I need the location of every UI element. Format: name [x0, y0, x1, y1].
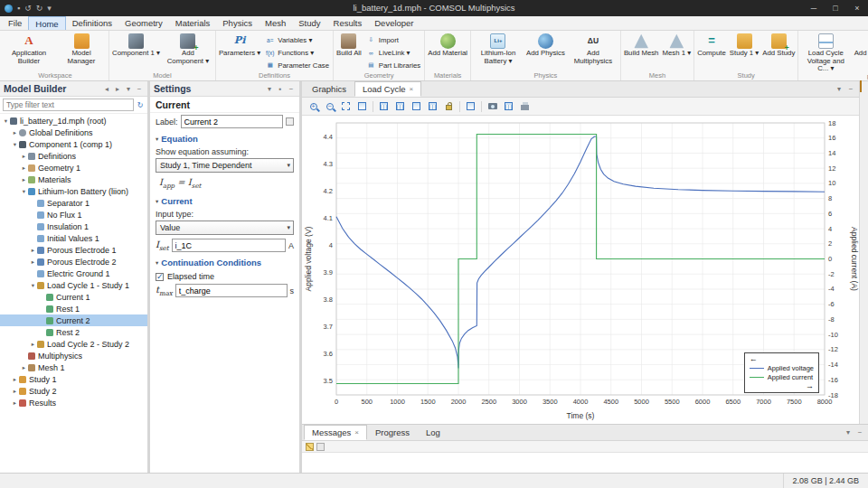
expander-icon[interactable]: ▸ — [20, 164, 28, 172]
zoom-out-icon[interactable] — [322, 99, 337, 113]
undo-icon[interactable] — [24, 0, 32, 16]
zoom-in-icon[interactable] — [306, 99, 321, 113]
close-button[interactable]: × — [846, 0, 868, 16]
collapse-panel-icon[interactable] — [287, 85, 296, 93]
load-cycle-voltage-button[interactable]: Load Cycle Voltage and C... ▾ — [799, 31, 852, 73]
iset-input[interactable] — [172, 239, 286, 252]
tab-home[interactable]: Home — [28, 16, 65, 30]
parameters-button[interactable]: Pi Parameters ▾ — [217, 31, 262, 71]
tree-item-lithium-ion-battery[interactable]: ▾Lithium-Ion Battery (liion) — [0, 185, 147, 197]
tree-item-porous-electrode-1[interactable]: ▸Porous Electrode 1 — [0, 244, 147, 256]
axis-settings-icon[interactable] — [376, 99, 392, 113]
section-collapse-icon[interactable] — [156, 136, 158, 143]
section-continuation-conditions[interactable]: Continuation Conditions — [150, 254, 299, 269]
parameter-case-button[interactable]: ▦ Parameter Case — [262, 59, 332, 71]
zoom-extents-icon[interactable] — [338, 99, 354, 113]
add-plot-group-button[interactable]: Add Plot Group ▾ — [852, 31, 868, 73]
tree-item-insulation-1[interactable]: Insulation 1 — [0, 221, 147, 232]
tree-item-study-2[interactable]: ▸Study 2 — [0, 385, 147, 397]
nav-forward-icon[interactable] — [113, 85, 122, 93]
variables-button[interactable]: a= Variables ▾ — [262, 33, 332, 46]
save-icon[interactable] — [17, 0, 20, 16]
lithium-ion-battery-button[interactable]: Li+ Lithium-Ion Battery ▾ — [472, 31, 524, 71]
collapsed-window-icon[interactable] — [860, 80, 862, 92]
tab-results[interactable]: Results — [327, 16, 369, 30]
tree-item-rest-2[interactable]: Rest 2 — [0, 326, 147, 338]
label-input[interactable] — [181, 115, 283, 128]
tree-item-load-cycle-1[interactable]: ▾Load Cycle 1 - Study 1 — [0, 279, 147, 291]
add-study-button[interactable]: Add Study — [760, 31, 797, 71]
tab-definitions[interactable]: Definitions — [66, 16, 118, 30]
study-1-button[interactable]: Study 1 ▾ — [728, 31, 761, 71]
lock-axes-icon[interactable] — [441, 99, 457, 113]
mesh-1-button[interactable]: Mesh 1 ▾ — [660, 31, 693, 71]
zoom-box-icon[interactable] — [354, 99, 370, 113]
transparency-icon[interactable] — [425, 99, 440, 113]
tree-item-multiphysics[interactable]: Multiphysics — [0, 350, 147, 361]
tab-graphics[interactable]: Graphics — [304, 81, 354, 97]
tab-developer[interactable]: Developer — [368, 16, 420, 30]
tab-mesh[interactable]: Mesh — [259, 16, 292, 30]
tab-physics[interactable]: Physics — [216, 16, 259, 30]
tree-item-geometry-1[interactable]: ▸Geometry 1 — [0, 162, 147, 174]
nav-back-icon[interactable] — [102, 85, 111, 93]
panel-menu-icon[interactable] — [844, 428, 853, 436]
tree-item-current-2[interactable]: Current 2 — [0, 314, 147, 326]
pin-panel-icon[interactable] — [276, 85, 285, 93]
tree-item-global-definitions[interactable]: ▸Global Definitions — [0, 127, 147, 138]
component-1-button[interactable]: Component 1 ▾ — [110, 31, 162, 71]
tab-file[interactable]: File — [2, 16, 28, 30]
tree-item-rest-1[interactable]: Rest 1 — [0, 303, 147, 314]
import-button[interactable]: ⇩ Import — [363, 33, 423, 46]
tree-item-load-cycle-2[interactable]: ▸Load Cycle 2 - Study 2 — [0, 338, 147, 350]
plot-area[interactable]: 0500100015002000250030003500400045005000… — [302, 116, 859, 424]
tree-item-initial-values-1[interactable]: Initial Values 1 — [0, 232, 147, 244]
add-physics-button[interactable]: Add Physics — [524, 31, 567, 71]
legend-toggle-icon[interactable] — [409, 99, 424, 113]
tree-item-mesh-1[interactable]: ▸Mesh 1 — [0, 361, 147, 373]
tab-geometry[interactable]: Geometry — [118, 16, 169, 30]
model-manager-button[interactable]: Model Manager — [55, 31, 108, 71]
expander-icon[interactable]: ▸ — [20, 153, 28, 160]
section-current[interactable]: Current — [150, 192, 299, 208]
build-mesh-button[interactable]: Build Mesh — [622, 31, 661, 71]
clear-messages-icon[interactable] — [306, 443, 314, 451]
expander-icon[interactable]: ▾ — [29, 282, 37, 289]
elapsed-time-checkbox[interactable]: Elapsed time — [150, 269, 299, 282]
compute-button[interactable]: = Compute — [695, 31, 728, 71]
study-assumption-combobox[interactable]: Study 1, Time Dependent — [156, 158, 294, 173]
add-multiphysics-button[interactable]: ΔU Add Multiphysics — [567, 31, 619, 71]
input-type-combobox[interactable]: Value — [156, 221, 294, 235]
expander-icon[interactable]: ▾ — [20, 188, 28, 195]
expander-icon[interactable]: ▸ — [11, 376, 19, 383]
panel-menu-icon[interactable] — [835, 85, 844, 93]
expander-icon[interactable]: ▸ — [29, 258, 37, 266]
expander-icon[interactable]: ▾ — [11, 141, 19, 148]
panel-menu-icon[interactable] — [265, 85, 274, 93]
panel-menu-icon[interactable] — [124, 85, 133, 93]
tree-item-electric-ground-1[interactable]: Electric Ground 1 — [0, 267, 147, 279]
tree-item-materials[interactable]: ▸Materials — [0, 174, 147, 185]
collapse-panel-icon[interactable] — [846, 85, 855, 93]
tree-item-study-1[interactable]: ▸Study 1 — [0, 373, 147, 385]
tree-item-root[interactable]: ▾li_battery_1d.mph (root) — [0, 115, 147, 127]
tree-item-current-1[interactable]: Current 1 — [0, 291, 147, 303]
section-equation[interactable]: Equation — [150, 130, 299, 145]
application-builder-button[interactable]: A Application Builder — [3, 31, 55, 71]
quick-access-menu-icon[interactable] — [47, 0, 52, 16]
tmax-input[interactable] — [175, 284, 288, 297]
part-libraries-button[interactable]: ▤ Part Libraries — [363, 59, 423, 71]
functions-button[interactable]: f(x) Functions ▾ — [262, 46, 332, 59]
export-image-icon[interactable] — [501, 99, 516, 113]
print-icon[interactable] — [517, 99, 533, 113]
copy-messages-icon[interactable] — [316, 443, 325, 451]
expander-icon[interactable]: ▸ — [29, 247, 37, 254]
tab-progress[interactable]: Progress — [367, 425, 418, 440]
redo-icon[interactable] — [36, 0, 43, 16]
tree-filter-input[interactable] — [3, 99, 134, 111]
plot-settings-icon[interactable] — [463, 99, 478, 113]
expander-icon[interactable]: ▸ — [20, 176, 28, 183]
collapse-panel-icon[interactable] — [135, 85, 144, 93]
grid-toggle-icon[interactable] — [392, 99, 408, 113]
snapshot-icon[interactable] — [485, 99, 500, 113]
